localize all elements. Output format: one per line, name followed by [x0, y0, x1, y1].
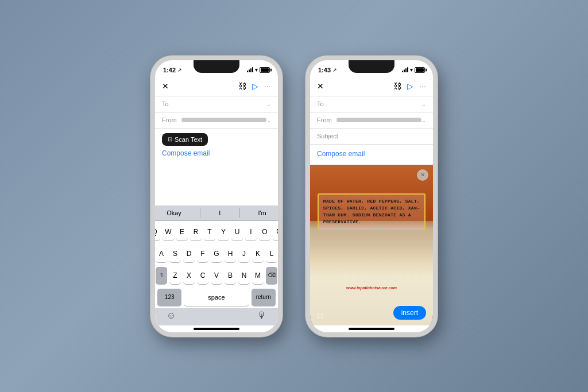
- key-a[interactable]: A: [156, 245, 167, 262]
- shift-key[interactable]: ⇧: [156, 267, 167, 284]
- key-d[interactable]: D: [183, 245, 195, 262]
- key-row-2: A S D F G H J K L: [157, 245, 276, 262]
- insert-button[interactable]: insert: [393, 306, 426, 320]
- time-left: 1:42: [163, 67, 176, 73]
- key-u[interactable]: U: [231, 223, 243, 240]
- to-chevron-left: ⌄: [266, 101, 271, 107]
- screen-right: 1:43 ↗ ▾ ✕ ⛓ ▷ ··· To: [310, 60, 433, 332]
- from-chevron-left: ⌄: [266, 117, 271, 123]
- space-key[interactable]: space: [184, 289, 249, 306]
- from-field-left[interactable]: From ⌄: [155, 112, 278, 128]
- return-key[interactable]: return: [252, 289, 276, 306]
- key-n[interactable]: N: [238, 267, 250, 284]
- to-label-right: To: [317, 100, 333, 107]
- status-icons-left: ▾: [247, 67, 270, 73]
- more-button-left[interactable]: ···: [264, 81, 271, 91]
- key-m[interactable]: M: [252, 267, 264, 284]
- key-j[interactable]: J: [238, 245, 250, 262]
- key-row-1: Q W E R T Y U I O P: [157, 223, 276, 240]
- location-arrow-right: ↗: [332, 67, 337, 73]
- subject-label-right: Subject: [317, 133, 338, 139]
- ingredient-text: MADE OF WATER, RED PEPPERS, SALT, SPICES…: [323, 198, 420, 226]
- key-row-4: 123 space return: [157, 289, 276, 306]
- send-button-right[interactable]: ▷: [407, 81, 413, 91]
- ingredient-label: MADE OF WATER, RED PEPPERS, SALT, SPICES…: [318, 193, 425, 230]
- key-r[interactable]: R: [190, 223, 202, 240]
- suggestion-okay[interactable]: Okay: [162, 208, 186, 218]
- more-button-right[interactable]: ···: [419, 81, 426, 91]
- bottom-bar-left: ☺ 🎙: [155, 308, 278, 325]
- compose-placeholder-left[interactable]: Compose email: [162, 149, 271, 157]
- emoji-icon[interactable]: ☺: [167, 311, 176, 321]
- camera-image: MADE OF WATER, RED PEPPERS, SALT, SPICES…: [310, 165, 433, 325]
- divider-1: [200, 208, 200, 218]
- to-chevron-right: ⌄: [421, 101, 426, 107]
- key-s[interactable]: S: [169, 245, 181, 262]
- notch-left: [194, 60, 239, 73]
- battery-right: [415, 67, 425, 73]
- home-indicator-left: [194, 328, 239, 330]
- key-l[interactable]: L: [266, 245, 277, 262]
- to-label-left: To: [162, 100, 178, 107]
- key-v[interactable]: V: [211, 267, 222, 284]
- from-label-left: From: [162, 117, 178, 123]
- screen-left: 1:42 ↗ ▾ ✕ ⛓ ▷ ··· To: [155, 60, 278, 332]
- key-t[interactable]: T: [204, 223, 215, 240]
- compose-area-right[interactable]: Compose email: [310, 144, 433, 165]
- camera-area: MADE OF WATER, RED PEPPERS, SALT, SPICES…: [310, 165, 433, 325]
- key-x[interactable]: X: [183, 267, 195, 284]
- home-indicator-right: [349, 328, 394, 330]
- suggestion-im[interactable]: I'm: [253, 208, 270, 218]
- time-right: 1:43: [318, 67, 331, 73]
- battery-left: [260, 67, 270, 73]
- attach-button-right[interactable]: ⛓: [393, 81, 401, 91]
- key-k[interactable]: K: [252, 245, 264, 262]
- divider-2: [239, 208, 240, 218]
- key-p[interactable]: P: [273, 223, 278, 240]
- key-o[interactable]: O: [259, 223, 270, 240]
- key-i[interactable]: I: [245, 223, 257, 240]
- to-field-right[interactable]: To ⌄: [310, 96, 433, 112]
- close-button-left[interactable]: ✕: [162, 81, 169, 91]
- attach-button-left[interactable]: ⛓: [238, 81, 246, 91]
- key-q[interactable]: Q: [155, 223, 160, 240]
- subject-field-right[interactable]: Subject: [310, 128, 433, 144]
- from-value-left: [181, 118, 266, 122]
- camera-close-button[interactable]: ✕: [417, 169, 428, 181]
- scan-text-button[interactable]: ⊡ Scan Text: [162, 133, 208, 146]
- from-value-right: [336, 118, 421, 122]
- from-label-right: From: [317, 117, 333, 123]
- delete-key[interactable]: ⌫: [266, 267, 277, 284]
- key-row-3: ⇧ Z X C V B N M ⌫: [157, 267, 276, 284]
- suggestions-bar: Okay I I'm: [155, 205, 278, 221]
- close-button-right[interactable]: ✕: [317, 81, 324, 91]
- key-w[interactable]: W: [163, 223, 174, 240]
- wifi-icon-right: ▾: [410, 67, 413, 73]
- numbers-key[interactable]: 123: [157, 289, 181, 306]
- send-button-left[interactable]: ▷: [252, 81, 258, 91]
- from-chevron-right: ⌄: [421, 117, 426, 123]
- toolbar-left: ✕ ⛓ ▷ ···: [155, 76, 278, 96]
- to-field-left[interactable]: To ⌄: [155, 96, 278, 112]
- scan-text-label: Scan Text: [175, 136, 202, 143]
- status-icons-right: ▾: [402, 67, 425, 73]
- from-field-right[interactable]: From ⌄: [310, 112, 433, 128]
- key-f[interactable]: F: [197, 245, 208, 262]
- mic-icon[interactable]: 🎙: [257, 311, 266, 321]
- notch-right: [349, 60, 394, 73]
- suggestion-i[interactable]: I: [214, 208, 225, 218]
- key-g[interactable]: G: [211, 245, 222, 262]
- compose-area-left[interactable]: ⊡ Scan Text Compose email: [155, 128, 278, 205]
- key-z[interactable]: Z: [169, 267, 181, 284]
- key-y[interactable]: Y: [218, 223, 229, 240]
- compose-placeholder-right[interactable]: Compose email: [317, 150, 365, 158]
- wifi-icon-left: ▾: [255, 67, 258, 73]
- key-c[interactable]: C: [197, 267, 208, 284]
- key-b[interactable]: B: [225, 267, 236, 284]
- phone-right: 1:43 ↗ ▾ ✕ ⛓ ▷ ··· To: [305, 56, 438, 337]
- location-arrow-left: ↗: [177, 67, 182, 73]
- scan-frame-icon: ⊡: [317, 311, 324, 320]
- key-e[interactable]: E: [176, 223, 188, 240]
- key-h[interactable]: H: [225, 245, 236, 262]
- scan-icon: ⊡: [168, 136, 172, 142]
